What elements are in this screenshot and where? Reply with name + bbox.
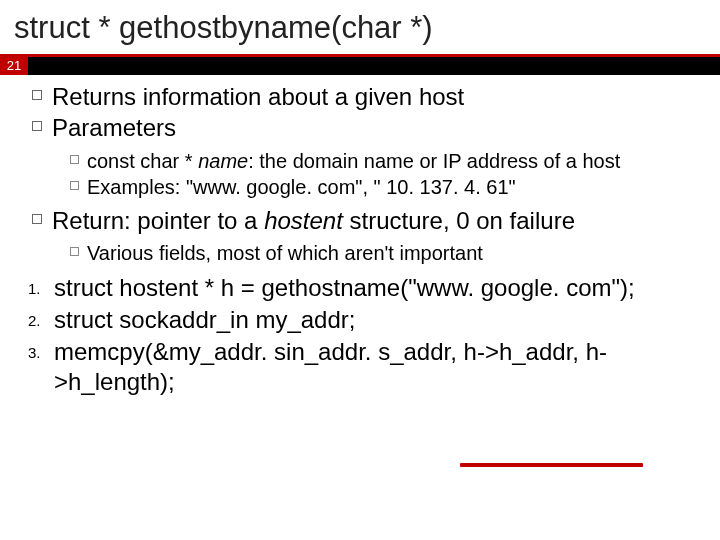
number-label: 3. — [28, 344, 54, 361]
sub-bullet-text: const char * name: the domain name or IP… — [87, 149, 620, 174]
bullet-icon — [32, 121, 42, 131]
bullet-item: Returns information about a given host — [14, 83, 706, 112]
numbered-text: memcpy(&my_addr. sin_addr. s_addr, h->h_… — [54, 337, 706, 397]
numbered-item: 1. struct hostent * h = gethostname("www… — [28, 273, 706, 303]
bullet-icon — [32, 90, 42, 100]
numbered-item: 2. struct sockaddr_in my_addr; — [28, 305, 706, 335]
sub-bullet-icon — [70, 181, 79, 190]
bullet-item: Parameters — [14, 114, 706, 143]
sub-bullet-icon — [70, 247, 79, 256]
sub-bullet-text: Various fields, most of which aren't imp… — [87, 241, 483, 266]
annotation-underline — [460, 463, 643, 467]
sub-bullet-icon — [70, 155, 79, 164]
bullet-icon — [32, 214, 42, 224]
slide-content: Returns information about a given host P… — [0, 75, 720, 397]
slide-number: 21 — [0, 57, 28, 75]
bullet-item: Return: pointer to a hostent structure, … — [14, 207, 706, 236]
slide-title: struct * gethostbyname(char *) — [0, 0, 720, 57]
slide-number-bar: 21 — [0, 57, 720, 75]
bullet-text: Parameters — [52, 114, 176, 143]
number-label: 1. — [28, 280, 54, 297]
divider-bar — [28, 57, 720, 75]
sub-bullet-item: Examples: "www. google. com", " 10. 137.… — [70, 175, 706, 200]
bullet-text: Return: pointer to a hostent structure, … — [52, 207, 575, 236]
numbered-text: struct sockaddr_in my_addr; — [54, 305, 355, 335]
numbered-item: 3. memcpy(&my_addr. sin_addr. s_addr, h-… — [28, 337, 706, 397]
numbered-text: struct hostent * h = gethostname("www. g… — [54, 273, 635, 303]
number-label: 2. — [28, 312, 54, 329]
sub-bullet-text: Examples: "www. google. com", " 10. 137.… — [87, 175, 516, 200]
sub-bullet-item: const char * name: the domain name or IP… — [70, 149, 706, 174]
sub-bullet-item: Various fields, most of which aren't imp… — [70, 241, 706, 266]
bullet-text: Returns information about a given host — [52, 83, 464, 112]
